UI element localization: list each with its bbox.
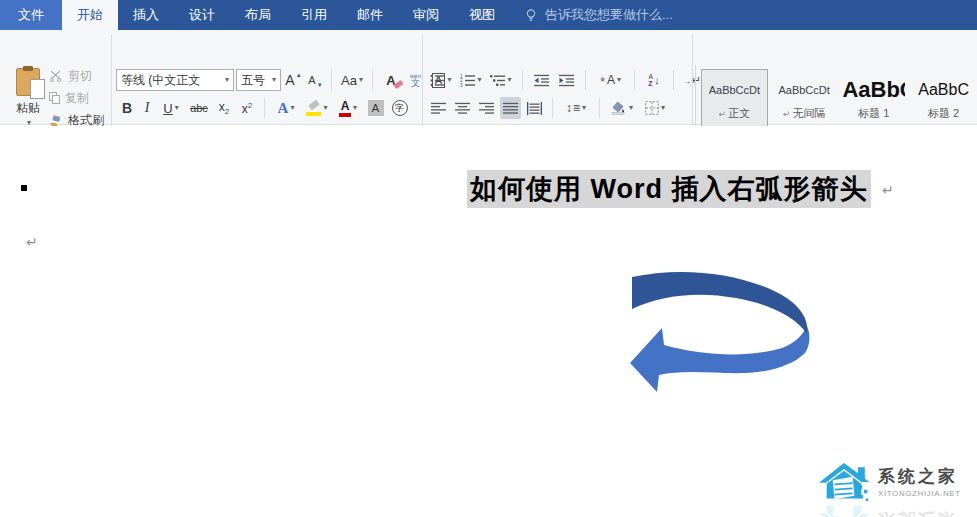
- chevron-down-icon: ▾: [507, 76, 511, 84]
- asian-layout-button[interactable]: ★A ▾: [594, 69, 626, 91]
- font-color-button[interactable]: A ▾: [334, 97, 362, 119]
- chevron-down-icon: ▾: [353, 104, 357, 112]
- paragraph-mark: ↵: [26, 234, 38, 250]
- chevron-down-icon: ▾: [617, 76, 621, 84]
- strikethrough-glyph: abc: [190, 102, 208, 114]
- style-no-spacing[interactable]: AaBbCcDt ↵无间隔: [771, 69, 838, 127]
- watermark-site-url: XITONGZHIJIA.NET: [878, 506, 961, 508]
- superscript-glyph: x2: [242, 101, 252, 116]
- underline-button[interactable]: U ▾: [158, 97, 184, 119]
- justify-button[interactable]: [500, 97, 521, 119]
- font-size-combo[interactable]: 五号 ▾: [236, 69, 281, 91]
- text-highlight-button[interactable]: ▾: [303, 97, 331, 119]
- italic-button[interactable]: I: [139, 97, 155, 119]
- paragraph-group-row1: ▾ 1 2 3 ▾ ▾: [428, 69, 702, 91]
- phonetic-guide-icon: wén 文: [410, 73, 421, 88]
- sort-button[interactable]: AZ ↓: [643, 69, 665, 91]
- borders-button[interactable]: ▾: [640, 97, 670, 119]
- tab-view[interactable]: 视图: [454, 0, 510, 30]
- bullets-button[interactable]: ▾: [428, 69, 454, 91]
- tab-insert[interactable]: 插入: [118, 0, 174, 30]
- tab-references[interactable]: 引用: [286, 0, 342, 30]
- watermark-logo-icon: [818, 506, 870, 517]
- style-name: 标题 1: [858, 105, 889, 121]
- multilevel-list-icon: [490, 74, 505, 87]
- grow-font-button[interactable]: A ▲: [283, 69, 304, 91]
- text-effects-button[interactable]: A ▾: [272, 97, 300, 119]
- curved-arrow-shape[interactable]: [626, 257, 812, 399]
- multilevel-list-button[interactable]: ▾: [488, 69, 514, 91]
- clear-formatting-button[interactable]: A: [379, 69, 403, 91]
- tab-home[interactable]: 开始: [62, 0, 118, 30]
- align-right-button[interactable]: [476, 97, 497, 119]
- watermark-text: 系统之家 XITONGZHIJIA.NET: [878, 467, 961, 498]
- change-case-glyph: Aa: [341, 73, 357, 88]
- separator: [522, 70, 523, 90]
- character-shading-icon: A: [368, 100, 384, 116]
- line-spacing-button[interactable]: ↕≡ ▾: [560, 97, 592, 119]
- tab-file[interactable]: 文件: [0, 0, 62, 30]
- chevron-down-icon: ▾: [629, 104, 633, 112]
- bullets-icon: [430, 74, 445, 87]
- grow-font-glyph: A: [285, 72, 294, 88]
- tell-me-search[interactable]: 告诉我您想要做什么...: [524, 0, 673, 30]
- shrink-font-glyph: A: [308, 74, 315, 86]
- style-name: ↵无间隔: [783, 105, 826, 122]
- increase-indent-button[interactable]: [556, 69, 577, 91]
- tab-layout[interactable]: 布局: [230, 0, 286, 30]
- pinyin-bottom: 文: [411, 79, 420, 88]
- character-shading-button[interactable]: A: [365, 97, 386, 119]
- tab-review[interactable]: 审阅: [398, 0, 454, 30]
- font-name-combo[interactable]: 等线 (中文正文 ▾: [116, 69, 234, 91]
- numbering-icon: 1 2 3: [460, 74, 475, 87]
- separator: [673, 70, 674, 90]
- scissors-icon: [49, 70, 63, 82]
- separator: [264, 98, 265, 118]
- change-case-button[interactable]: Aa ▾: [338, 69, 366, 91]
- selected-title-text[interactable]: 如何使用 Word 插入右弧形箭头: [467, 170, 871, 208]
- tab-mailings[interactable]: 邮件: [342, 0, 398, 30]
- style-heading2[interactable]: AaBbC 标题 2: [910, 69, 977, 127]
- style-name: ↵正文: [719, 105, 751, 122]
- sort-icon: AZ ↓: [648, 73, 660, 87]
- asian-layout-icon: ★A: [599, 74, 615, 86]
- copy-button[interactable]: 复制: [44, 87, 109, 109]
- format-painter-icon: [49, 114, 63, 126]
- strikethrough-button[interactable]: abc: [187, 97, 211, 119]
- numbering-button[interactable]: 1 2 3 ▾: [458, 69, 484, 91]
- cut-button[interactable]: 剪切: [44, 65, 109, 87]
- align-left-icon: [431, 102, 446, 115]
- chevron-down-icon: ▾: [582, 104, 586, 112]
- separator: [634, 70, 635, 90]
- subscript-button[interactable]: x2: [214, 97, 234, 119]
- decrease-indent-button[interactable]: [531, 69, 552, 91]
- chevron-down-icon: ▾: [661, 104, 665, 112]
- superscript-button[interactable]: x2: [237, 97, 257, 119]
- chevron-down-icon: ▾: [477, 76, 481, 84]
- style-normal[interactable]: AaBbCcDt ↵正文: [701, 69, 768, 127]
- align-left-button[interactable]: [428, 97, 449, 119]
- site-watermark: 系统之家 XITONGZHIJIA.NET 系统之家 XITONGZHIJIA.…: [818, 459, 974, 517]
- shrink-font-button[interactable]: A ▼: [306, 69, 325, 91]
- font-group-row1: 等线 (中文正文 ▾ 五号 ▾ A ▲ A ▼ Aa ▾ A: [116, 69, 449, 91]
- document-canvas[interactable]: 如何使用 Word 插入右弧形箭头 ↵ ↵: [0, 126, 977, 517]
- chevron-down-icon: ▾: [225, 76, 229, 84]
- bold-button[interactable]: B: [118, 97, 136, 119]
- chevron-down-icon: ▾: [290, 104, 294, 112]
- chevron-down-icon: ▾: [323, 104, 327, 112]
- style-sample: AaBbC: [842, 75, 905, 105]
- shading-button[interactable]: ▾: [607, 97, 637, 119]
- enclose-characters-button[interactable]: 字: [389, 97, 410, 119]
- clear-formatting-icon: A: [386, 73, 395, 88]
- paragraph-mark: ↵: [882, 182, 894, 198]
- distribute-button[interactable]: [524, 97, 545, 119]
- text-effects-icon: A: [278, 100, 289, 117]
- tab-design[interactable]: 设计: [174, 0, 230, 30]
- lightbulb-icon: [524, 8, 538, 22]
- italic-glyph: I: [145, 100, 150, 116]
- style-sample: AaBbCcDt: [778, 75, 829, 105]
- tri-up-icon: ▲: [296, 72, 302, 78]
- style-heading1[interactable]: AaBbC 标题 1: [841, 69, 908, 127]
- align-center-button[interactable]: [452, 97, 473, 119]
- watermark-logo-icon: [818, 459, 870, 505]
